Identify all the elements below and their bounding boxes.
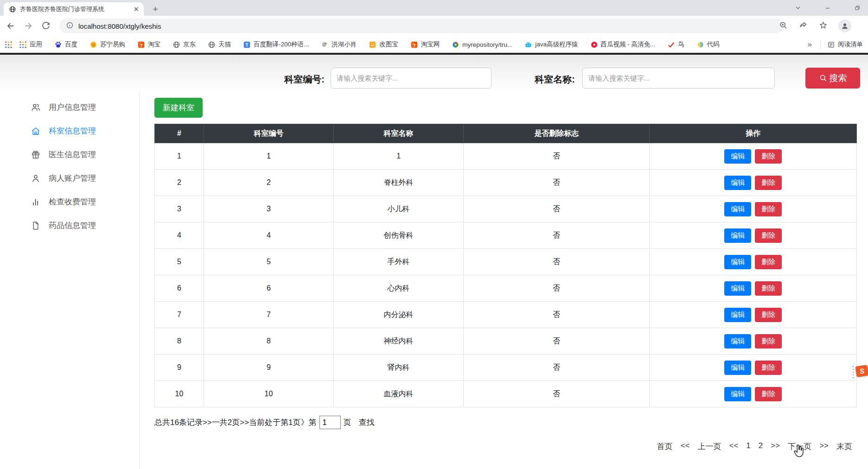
page-link[interactable]: << <box>729 441 738 452</box>
table-row: 7 7 内分泌科 否 编辑 删除 <box>155 302 857 328</box>
back-icon[interactable] <box>4 19 18 33</box>
bookmark-item[interactable]: 应用 <box>19 40 42 49</box>
name-cell: 小儿科 <box>334 196 464 222</box>
apps-launcher-icon[interactable] <box>5 41 13 49</box>
chart-icon <box>31 197 41 207</box>
new-tab-button[interactable]: + <box>149 3 161 15</box>
edit-button[interactable]: 编辑 <box>724 202 751 216</box>
delete-button[interactable]: 删除 <box>755 176 782 190</box>
actions-cell: 编辑 删除 <box>650 143 857 170</box>
restore-window-icon[interactable] <box>851 2 863 14</box>
sidebar-item[interactable]: 科室信息管理 <box>0 119 139 143</box>
zoom-indicator-icon[interactable] <box>779 20 788 32</box>
sidebar-item-label: 药品信息管理 <box>49 220 96 231</box>
check-icon <box>667 41 675 49</box>
actions-cell: 编辑 删除 <box>650 355 857 381</box>
reading-list-button[interactable]: 阅读清单 <box>827 40 868 49</box>
bookmark-star-icon[interactable] <box>818 20 828 32</box>
bookmark-item[interactable]: 苏宁易购 <box>89 40 125 49</box>
find-link[interactable]: 查找 <box>359 417 375 428</box>
delete-button[interactable]: 删除 <box>755 255 782 269</box>
bookmark-item[interactable]: 西瓜视频 - 高清免... <box>590 40 656 49</box>
profile-avatar[interactable] <box>838 19 851 32</box>
minimize-icon[interactable] <box>822 2 834 14</box>
delete-button[interactable]: 删除 <box>755 387 782 401</box>
share-icon[interactable] <box>798 20 808 32</box>
browser-tab[interactable]: 齐鲁医院齐鲁医院门诊管理系统 ✕ <box>4 2 144 16</box>
delete-button[interactable]: 删除 <box>755 281 782 296</box>
sidebar-item[interactable]: 药品信息管理 <box>0 214 139 237</box>
bookmark-item[interactable]: 百度翻译-200种语... <box>243 40 309 49</box>
bookmark-item[interactable]: 淘宝网 <box>410 40 440 49</box>
sidebar-item[interactable]: 检查收费管理 <box>0 190 139 214</box>
delete-button[interactable]: 删除 <box>755 202 782 216</box>
bookmark-label: 洪湖小肖 <box>332 40 357 49</box>
deleted-flag-cell: 否 <box>464 143 650 170</box>
url-bar[interactable]: localhost:8080/xtgly/keshis <box>59 19 784 33</box>
new-dept-button[interactable]: 新建科室 <box>154 98 203 118</box>
page-link[interactable]: 下一页 <box>788 441 811 452</box>
table-header-cell: 科室名称 <box>334 124 464 143</box>
page-link[interactable]: 2 <box>759 441 763 452</box>
page-link[interactable]: << <box>681 441 690 452</box>
bookmark-item[interactable]: 百度 <box>54 40 77 49</box>
code-cell: 8 <box>204 328 333 355</box>
edit-button[interactable]: 编辑 <box>724 308 751 322</box>
screenshot-tool-badge[interactable]: S <box>855 365 868 377</box>
badge-dots <box>853 366 854 378</box>
tab-close-icon[interactable]: ✕ <box>133 6 139 13</box>
bookmark-item[interactable]: 洪湖小肖 <box>321 40 357 49</box>
page-link[interactable]: 末页 <box>836 441 852 452</box>
bookmark-item[interactable]: 天猫 <box>208 40 231 49</box>
edit-button[interactable]: 编辑 <box>724 281 751 296</box>
edit-button[interactable]: 编辑 <box>724 176 751 190</box>
edit-button[interactable]: 编辑 <box>724 149 751 164</box>
bookmark-item[interactable]: java高级程序猿 <box>524 40 578 49</box>
page-number-input[interactable] <box>319 416 341 429</box>
bookmark-item[interactable]: myrepository/tru... <box>452 41 512 49</box>
page-link[interactable]: 首页 <box>657 441 673 452</box>
sidebar-item[interactable]: 医生信息管理 <box>0 143 139 166</box>
actions-cell: 编辑 删除 <box>650 249 857 275</box>
edit-button[interactable]: 编辑 <box>724 361 751 375</box>
page-link[interactable]: 1 <box>746 441 750 452</box>
bookmark-item[interactable]: 鸟 <box>667 40 684 49</box>
bookmark-label: 代码 <box>707 40 720 49</box>
forward-icon[interactable] <box>21 19 35 33</box>
edit-button[interactable]: 编辑 <box>724 228 751 243</box>
page-link[interactable]: >> <box>771 441 780 452</box>
code-cell: 3 <box>204 196 333 222</box>
dept-code-input[interactable] <box>331 68 491 89</box>
bookmarks-overflow-chevron-icon[interactable]: » <box>806 40 814 49</box>
delete-button[interactable]: 删除 <box>755 149 782 164</box>
code-cell: 7 <box>204 302 333 328</box>
sidebar-item[interactable]: 用户信息管理 <box>0 95 139 119</box>
search-icon <box>819 74 828 82</box>
sidebar-item[interactable]: 病人账户管理 <box>0 166 139 190</box>
person-icon <box>31 173 41 184</box>
edit-button[interactable]: 编辑 <box>724 334 751 349</box>
home-icon <box>31 126 41 136</box>
delete-button[interactable]: 删除 <box>755 228 782 243</box>
search-button[interactable]: 搜索 <box>805 68 860 89</box>
bookmark-item[interactable]: 代码 <box>696 40 720 49</box>
name-cell: 创伤骨科 <box>334 222 464 249</box>
tab-search-chevron-icon[interactable] <box>792 2 804 14</box>
bookmark-item[interactable]: 改图宝 <box>369 40 398 49</box>
divider <box>820 40 821 49</box>
delete-button[interactable]: 删除 <box>755 308 782 322</box>
table-row: 10 10 血液内科 否 编辑 删除 <box>155 381 857 407</box>
table-row: 1 1 1 否 编辑 删除 <box>155 143 857 170</box>
dept-name-input[interactable] <box>582 68 775 89</box>
reload-icon[interactable] <box>39 19 53 33</box>
site-info-icon[interactable] <box>66 21 74 31</box>
page-link[interactable]: 上一页 <box>697 441 721 452</box>
page-link[interactable]: >> <box>819 441 829 452</box>
delete-button[interactable]: 删除 <box>755 361 782 375</box>
bookmark-item[interactable]: 淘宝 <box>137 40 160 49</box>
edit-button[interactable]: 编辑 <box>724 255 751 269</box>
bookmark-label: 鸟 <box>678 40 684 49</box>
delete-button[interactable]: 删除 <box>755 334 782 349</box>
bookmark-item[interactable]: 京东 <box>172 40 196 49</box>
edit-button[interactable]: 编辑 <box>724 387 751 401</box>
